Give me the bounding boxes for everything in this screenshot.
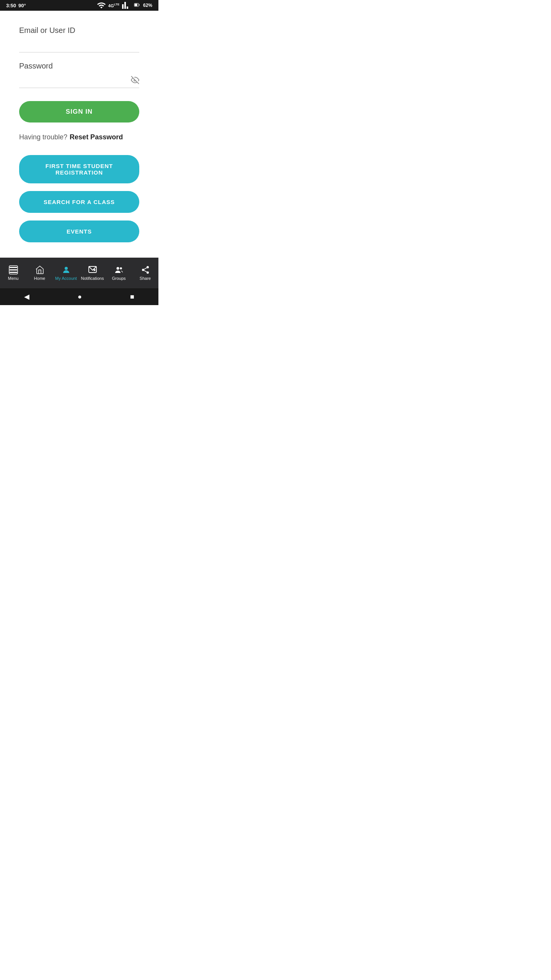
svg-rect-1 xyxy=(135,4,137,6)
nav-item-home[interactable]: Home xyxy=(26,258,53,288)
svg-point-8 xyxy=(65,267,68,270)
password-wrapper xyxy=(19,74,139,88)
nav-item-menu[interactable]: Menu xyxy=(0,258,26,288)
nav-label-home: Home xyxy=(34,276,45,281)
android-nav-bar: ◀ ● ■ xyxy=(0,288,158,305)
time-display: 3:50 xyxy=(6,3,16,8)
home-icon xyxy=(35,265,44,274)
svg-point-12 xyxy=(120,267,122,270)
wifi-icon xyxy=(97,1,106,10)
svg-point-14 xyxy=(142,269,144,271)
nav-label-share: Share xyxy=(140,276,151,281)
password-label: Password xyxy=(19,62,139,70)
reset-password-link[interactable]: Reset Password xyxy=(70,133,123,141)
svg-point-11 xyxy=(116,267,119,270)
signal-icon xyxy=(122,1,131,10)
trouble-row: Having trouble? Reset Password xyxy=(19,133,139,141)
email-input[interactable] xyxy=(19,38,139,52)
menu-icon xyxy=(9,265,18,274)
share-icon xyxy=(141,265,150,274)
nav-label-menu: Menu xyxy=(8,276,19,281)
main-content: Email or User ID Password SIGN IN Having… xyxy=(0,11,158,258)
notifications-icon xyxy=(88,265,97,274)
nav-item-my-account[interactable]: My Account xyxy=(53,258,79,288)
svg-point-13 xyxy=(147,266,149,268)
svg-rect-6 xyxy=(10,272,17,273)
battery-icon xyxy=(133,3,141,8)
android-recent-button[interactable]: ■ xyxy=(122,290,142,304)
password-visibility-toggle[interactable] xyxy=(131,76,139,86)
svg-rect-5 xyxy=(10,270,17,271)
svg-line-16 xyxy=(144,271,147,272)
password-input[interactable] xyxy=(19,74,139,88)
android-back-button[interactable]: ◀ xyxy=(16,289,37,304)
battery-display: 62% xyxy=(143,3,152,8)
search-class-button[interactable]: SEARCH FOR A CLASS xyxy=(19,191,139,213)
nav-label-groups: Groups xyxy=(112,276,126,281)
svg-point-15 xyxy=(147,271,149,274)
nav-label-my-account: My Account xyxy=(55,276,77,281)
network-display: 4GLTE xyxy=(108,3,119,8)
nav-item-share[interactable]: Share xyxy=(132,258,158,288)
svg-rect-4 xyxy=(10,267,17,268)
registration-button[interactable]: FIRST TIME STUDENT REGISTRATION xyxy=(19,155,139,183)
events-button[interactable]: EVENTS xyxy=(19,220,139,242)
email-field-group: Email or User ID xyxy=(19,26,139,52)
email-label: Email or User ID xyxy=(19,26,139,35)
svg-rect-2 xyxy=(139,4,140,6)
status-bar-right: 4GLTE 62% xyxy=(97,1,152,10)
android-home-button[interactable]: ● xyxy=(70,290,90,304)
temp-display: 90° xyxy=(18,3,26,8)
my-account-icon xyxy=(62,265,71,274)
nav-item-notifications[interactable]: Notifications xyxy=(79,258,106,288)
nav-label-notifications: Notifications xyxy=(81,276,104,281)
password-field-group: Password xyxy=(19,62,139,88)
nav-item-groups[interactable]: Groups xyxy=(106,258,132,288)
status-bar: 3:50 90° 4GLTE 62% xyxy=(0,0,158,11)
status-bar-left: 3:50 90° xyxy=(6,3,26,8)
sign-in-button[interactable]: SIGN IN xyxy=(19,101,139,122)
eye-slash-icon xyxy=(131,76,139,84)
trouble-text: Having trouble? xyxy=(19,133,67,141)
bottom-nav: Menu Home My Account Notifications xyxy=(0,258,158,288)
groups-icon xyxy=(114,265,124,274)
svg-line-17 xyxy=(144,268,147,270)
